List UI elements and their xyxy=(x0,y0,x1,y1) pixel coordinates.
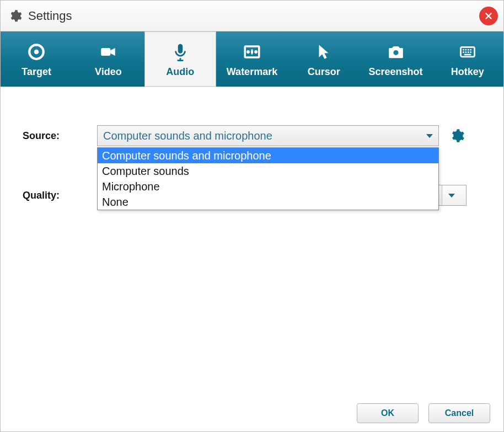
svg-rect-11 xyxy=(465,49,467,51)
target-icon xyxy=(27,41,46,63)
camera-icon xyxy=(387,41,405,63)
svg-point-8 xyxy=(393,50,398,55)
svg-rect-13 xyxy=(470,49,471,51)
cursor-icon xyxy=(314,41,333,63)
tab-audio[interactable]: Audio xyxy=(144,31,216,87)
svg-rect-12 xyxy=(468,49,469,51)
source-dropdown[interactable]: Computer sounds and microphone xyxy=(97,125,439,146)
microphone-icon xyxy=(171,41,190,63)
svg-rect-17 xyxy=(470,51,471,53)
svg-point-7 xyxy=(255,51,256,52)
source-settings-button[interactable] xyxy=(449,127,465,144)
source-selected-value: Computer sounds and microphone xyxy=(103,130,272,142)
source-option[interactable]: Computer sounds and microphone xyxy=(98,148,438,163)
svg-rect-2 xyxy=(101,47,111,55)
dialog-footer: OK Cancel xyxy=(1,395,503,431)
ok-button[interactable]: OK xyxy=(357,403,419,423)
chevron-down-icon xyxy=(426,134,433,138)
cancel-button[interactable]: Cancel xyxy=(428,403,490,423)
content-area: Source: Computer sounds and microphone Q… xyxy=(1,87,503,395)
settings-window: Settings Target Video Audio xyxy=(0,0,504,432)
source-option[interactable]: Computer sounds xyxy=(98,163,438,179)
chevron-down-icon xyxy=(442,185,460,205)
svg-point-6 xyxy=(248,51,249,52)
watermark-icon xyxy=(243,41,261,63)
tab-watermark[interactable]: Watermark xyxy=(216,31,288,87)
tab-label: Watermark xyxy=(227,66,277,78)
gear-icon xyxy=(7,8,23,24)
svg-rect-4 xyxy=(177,60,183,61)
tab-screenshot[interactable]: Screenshot xyxy=(360,31,431,87)
source-option[interactable]: None xyxy=(98,194,438,210)
tab-label: Audio xyxy=(166,66,194,78)
source-option[interactable]: Microphone xyxy=(98,179,438,194)
video-icon xyxy=(99,41,117,63)
tab-video[interactable]: Video xyxy=(72,31,144,87)
window-title: Settings xyxy=(28,9,72,23)
svg-rect-18 xyxy=(464,54,471,55)
keyboard-icon xyxy=(457,41,478,63)
tab-label: Video xyxy=(95,66,122,78)
tab-label: Cursor xyxy=(308,66,340,78)
close-button[interactable] xyxy=(479,7,498,25)
tab-target[interactable]: Target xyxy=(1,31,72,87)
tab-bar: Target Video Audio Watermark Cursor xyxy=(1,31,503,87)
tab-hotkey[interactable]: Hotkey xyxy=(432,31,503,87)
svg-rect-10 xyxy=(463,49,464,51)
quality-label: Quality: xyxy=(23,190,97,201)
svg-rect-15 xyxy=(465,51,467,53)
tab-label: Target xyxy=(22,66,51,78)
tab-label: Hotkey xyxy=(451,66,484,78)
tab-cursor[interactable]: Cursor xyxy=(288,31,360,87)
source-row: Source: Computer sounds and microphone xyxy=(23,125,481,146)
svg-rect-3 xyxy=(178,44,183,53)
title-bar: Settings xyxy=(1,1,503,31)
source-label: Source: xyxy=(23,130,97,142)
source-dropdown-list: Computer sounds and microphone Computer … xyxy=(97,147,439,210)
svg-rect-14 xyxy=(463,51,464,53)
tab-label: Screenshot xyxy=(369,66,423,78)
svg-point-1 xyxy=(34,49,39,54)
svg-rect-16 xyxy=(468,51,469,53)
